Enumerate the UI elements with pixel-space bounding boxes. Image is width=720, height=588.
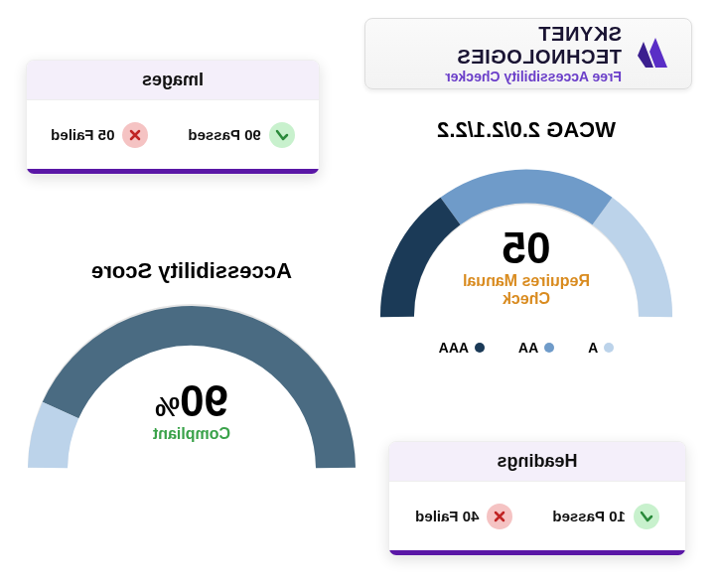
legend-item-aa: AA — [518, 340, 554, 356]
score-value: 90% — [153, 378, 230, 422]
legend-item-aaa: AAA — [439, 340, 485, 356]
legend-item-a: A — [588, 340, 614, 356]
legend-aaa-label: AAA — [439, 340, 469, 356]
legend-a-label: A — [588, 340, 598, 356]
score-number: 90 — [180, 375, 228, 424]
brand-logo-icon — [634, 32, 677, 75]
dot-icon — [604, 343, 614, 353]
legend-aa-label: AA — [518, 340, 538, 356]
headings-passed: 10 Passed — [552, 504, 658, 529]
card-accent-bar — [389, 550, 685, 555]
x-icon — [487, 504, 512, 529]
brand-card: SKYNET TECHNOLOGIES Free Accessibility C… — [364, 18, 692, 89]
images-failed: 05 Failed — [51, 122, 148, 148]
score-sub: Compliant — [153, 424, 230, 442]
wcag-value: 05 — [445, 226, 609, 270]
dot-icon — [475, 343, 485, 353]
brand-name: SKYNET TECHNOLOGIES — [379, 23, 622, 69]
headings-passed-label: 10 Passed — [552, 508, 625, 524]
score-pct: % — [155, 390, 180, 421]
headings-failed-label: 40 Failed — [415, 508, 479, 524]
headings-card: Headings 10 Passed 40 Failed — [388, 441, 686, 556]
score-title: Accessibility Score — [18, 258, 365, 284]
images-passed-label: 90 Passed — [188, 126, 260, 143]
score-gauge-panel: Accessibility Score 90% Compliant — [18, 258, 365, 483]
check-icon — [269, 122, 295, 148]
wcag-sub: Requires Manual Check — [445, 272, 609, 308]
headings-failed: 40 Failed — [415, 504, 512, 529]
wcag-legend: A AA AAA — [362, 340, 690, 356]
x-icon — [122, 122, 148, 148]
brand-tagline: Free Accessibility Checker — [379, 69, 622, 84]
dot-icon — [544, 343, 554, 353]
images-card-title: Images — [27, 61, 319, 100]
wcag-gauge-panel: WCAG 2.0/2.1/2.2 05 Requires Manual Chec… — [362, 117, 690, 356]
wcag-title: WCAG 2.0/2.1/2.2 — [362, 117, 690, 143]
headings-card-title: Headings — [389, 442, 685, 482]
images-failed-label: 05 Failed — [51, 126, 114, 143]
check-icon — [634, 504, 659, 529]
images-passed: 90 Passed — [188, 122, 294, 148]
card-accent-bar — [27, 169, 319, 174]
images-card: Images 90 Passed 05 Failed — [26, 60, 320, 175]
